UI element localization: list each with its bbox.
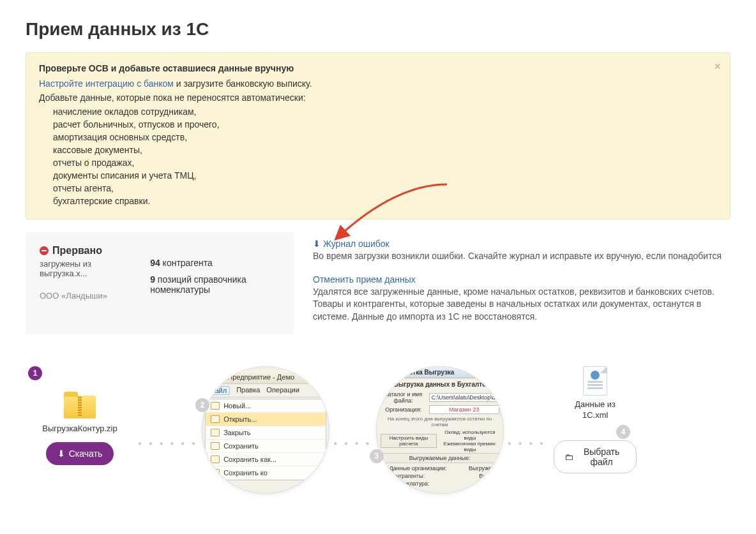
error-log-link[interactable]: ⬇Журнал ошибок	[313, 239, 389, 249]
alert-title: Проверьте ОСВ и добавьте оставшиеся данн…	[39, 63, 717, 73]
page-title: Прием данных из 1С	[26, 19, 730, 40]
screenshot-export-dialog: ▣Обработка Выгрузка Выгрузка данных в Бу…	[376, 366, 504, 494]
step-3: 3 ▣Обработка Выгрузка Выгрузка данных в …	[376, 366, 504, 494]
alert-line-bank: Настройте интеграцию с банком и загрузит…	[39, 78, 717, 89]
dots-connector: ● ● ● ●	[504, 440, 550, 447]
step-badge-3: 3	[370, 449, 384, 463]
xml-label: Данные из1C.xml	[554, 399, 637, 421]
alert-item: отчеты о продажах,	[53, 158, 717, 168]
stat-contractors: 94 контрагента	[150, 258, 280, 268]
bank-integration-link[interactable]: Настройте интеграцию с банком	[39, 78, 174, 89]
menu-edit: Правка	[236, 386, 260, 395]
close-icon[interactable]: ×	[714, 61, 721, 72]
export-subtitle: Выгрузка данных в Бухгалте	[377, 378, 503, 390]
download-button[interactable]: ⬇Скачать	[46, 442, 114, 465]
status-row: Прервано загружены из выгрузка.х... ООО …	[26, 232, 730, 334]
alert-item: бухгалтерские справки.	[53, 196, 717, 206]
menu-item-savecopy: Сохранить ко	[206, 466, 326, 480]
error-log-desc: Во время загрузки возникли ошибки. Скача…	[313, 250, 730, 263]
menu-item-save: Сохранить	[206, 440, 326, 453]
steps-row: 1 ВыгрузкаКонтур.zip ⬇Скачать ● ● ● ● ● …	[26, 366, 730, 494]
alert-item: кассовые документы,	[53, 145, 717, 155]
alert-item: документы списания и учета ТМЦ,	[53, 170, 717, 181]
window-icon: ▣	[381, 369, 386, 376]
status-box: Прервано загружены из выгрузка.х... ООО …	[26, 232, 294, 334]
menu-item-saveas: Сохранить как...	[206, 453, 326, 466]
alert-item: расчет больничных, отпусков и прочего,	[53, 119, 717, 130]
step-1: 1 ВыгрузкаКонтур.zip ⬇Скачать	[26, 366, 134, 465]
status-org: ООО «Ландыши»	[40, 291, 139, 300]
step-2: 2 1c1С:Предприятие - Демо Файл Правка Оп…	[202, 366, 329, 494]
alert-item: амортизация основных средств,	[53, 132, 717, 142]
step-4: Данные из1C.xml 4 🗀Выбрать файл	[554, 366, 637, 473]
menu-file: Файл	[206, 386, 230, 395]
dots-connector: ● ● ● ● ● ●	[134, 440, 202, 447]
select-file-button[interactable]: 🗀Выбрать файл	[554, 440, 637, 473]
dots-connector: ● ● ● ●	[329, 440, 376, 447]
xml-file-icon	[583, 366, 607, 396]
alert-item: отчеты агента,	[53, 183, 717, 193]
step-badge-4: 4	[616, 425, 630, 439]
stat-nomenclature: 9 позиций справочника номенклатуры	[150, 274, 280, 295]
cancel-import-link[interactable]: Отменить прием данных	[313, 274, 416, 285]
alert-link-tail: и загрузите банковскую выписку.	[174, 78, 312, 89]
zip-folder-icon	[64, 392, 96, 419]
folder-icon: 🗀	[564, 452, 573, 462]
alert-item: начисление окладов сотрудникам,	[53, 107, 717, 117]
step-badge-1: 1	[28, 366, 42, 380]
screenshot-1c-menu: 1c1С:Предприятие - Демо Файл Правка Опер…	[202, 366, 329, 494]
alert-line-2: Добавьте данные, которые пока не перенос…	[39, 93, 717, 103]
cancel-import-desc: Удалятся все загруженные данные, кроме н…	[313, 286, 730, 323]
menu-ops: Операции	[266, 386, 299, 395]
status-title: Прервано	[52, 245, 102, 256]
status-sub: загружены из выгрузка.х...	[40, 259, 139, 278]
alert-box: × Проверьте ОСВ и добавьте оставшиеся да…	[26, 52, 730, 219]
actions-col: ⬇Журнал ошибок Во время загрузки возникл…	[294, 232, 730, 334]
alert-list: начисление окладов сотрудникам, расчет б…	[39, 107, 717, 206]
download-icon: ⬇	[57, 449, 65, 459]
download-icon: ⬇	[313, 239, 321, 249]
menu-item-new: Новый...	[206, 399, 326, 413]
stop-icon	[40, 246, 49, 255]
zip-filename: ВыгрузкаКонтур.zip	[26, 424, 134, 433]
1c-icon: 1c	[206, 373, 214, 381]
menu-item-open: Открыть...	[206, 413, 326, 426]
menu-item-close: Закрыть	[206, 426, 326, 440]
